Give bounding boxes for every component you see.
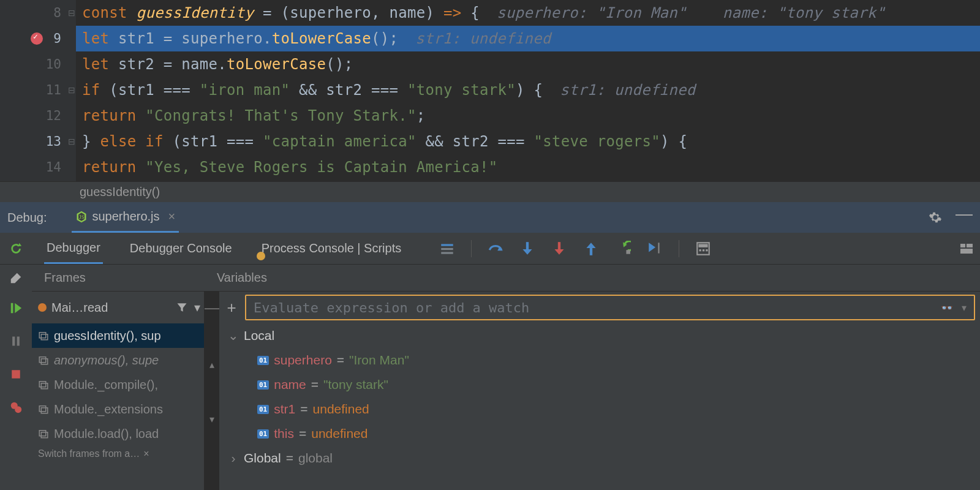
- svg-rect-24: [41, 334, 48, 340]
- svg-rect-1: [442, 244, 454, 246]
- code-line[interactable]: } else if (str1 === "captain america" &&…: [76, 129, 980, 154]
- close-icon[interactable]: ×: [143, 448, 149, 459]
- svg-text:JS: JS: [78, 214, 85, 219]
- show-execution-point-icon[interactable]: [439, 241, 455, 257]
- fold-icon[interactable]: ⊟: [67, 0, 76, 26]
- chevron-down-icon[interactable]: ▾: [194, 300, 200, 315]
- stack-frame[interactable]: guessIdentity(), sup: [32, 323, 204, 348]
- variables-panel: + Evaluate expression or add a watch 👓 ▾…: [219, 292, 980, 490]
- nodejs-icon: JS: [75, 211, 88, 223]
- filter-icon[interactable]: [176, 301, 188, 314]
- frames-scrollbar[interactable]: — ▴▾ ››: [205, 292, 219, 490]
- type-badge: 01: [257, 405, 269, 414]
- thread-selector[interactable]: Mai…read: [38, 301, 170, 315]
- line-number[interactable]: 12: [0, 103, 67, 129]
- layout-settings-icon[interactable]: [959, 241, 974, 256]
- close-icon[interactable]: ×: [168, 209, 176, 224]
- glasses-icon[interactable]: 👓: [941, 302, 953, 314]
- svg-rect-25: [39, 357, 46, 363]
- stack-frame[interactable]: Module._compile(),: [32, 372, 204, 397]
- stack-frame[interactable]: Module.load(), load: [32, 421, 204, 446]
- frames-hint[interactable]: Switch frames from a…×: [32, 446, 204, 462]
- svg-rect-6: [590, 247, 592, 255]
- fold-icon[interactable]: [67, 103, 76, 129]
- step-out-icon[interactable]: [583, 241, 599, 257]
- svg-rect-4: [526, 242, 529, 250]
- thread-status-icon: [38, 303, 47, 312]
- evaluate-expression-icon[interactable]: [695, 241, 711, 257]
- tab-process-console[interactable]: Process Console | Scripts: [259, 233, 404, 264]
- collapse-icon[interactable]: ⌄: [228, 328, 239, 343]
- code-line[interactable]: let str1 = superhero.toLowerCase();str1:…: [76, 26, 980, 51]
- fold-icon[interactable]: [67, 154, 76, 180]
- scope-global[interactable]: › Global = global: [219, 446, 980, 470]
- frame-up-icon[interactable]: —: [205, 299, 219, 316]
- svg-rect-7: [627, 250, 630, 254]
- add-watch-button[interactable]: +: [224, 298, 239, 317]
- pause-button[interactable]: [0, 325, 32, 358]
- scope-local[interactable]: ⌄ Local: [219, 323, 980, 348]
- frames-panel: Mai…read ▾ guessIdentity(), supanonymous…: [32, 292, 205, 490]
- variable-item[interactable]: 01str1 = undefined: [219, 397, 980, 421]
- tab-debugger-console[interactable]: Debugger Console: [127, 233, 235, 264]
- step-into-icon[interactable]: [519, 241, 535, 257]
- frame-icon: [38, 404, 49, 415]
- type-badge: 01: [257, 429, 269, 439]
- run-to-cursor-icon[interactable]: [647, 241, 663, 257]
- fold-icon[interactable]: ⊟: [67, 77, 76, 103]
- stop-button[interactable]: [0, 358, 32, 391]
- debug-config-tab[interactable]: JS superhero.js ×: [72, 202, 179, 233]
- svg-rect-5: [558, 242, 560, 250]
- svg-rect-27: [39, 382, 46, 387]
- variable-item[interactable]: 01superhero = "Iron Man": [219, 348, 980, 372]
- breadcrumb[interactable]: guessIdentity(): [0, 181, 980, 202]
- code-editor[interactable]: 891011121314 ⊟⊟⊟ const guessIdentity = (…: [0, 0, 980, 181]
- type-badge: 01: [257, 380, 269, 390]
- step-over-icon[interactable]: [488, 241, 503, 257]
- svg-rect-3: [442, 252, 454, 254]
- minimize-icon[interactable]: —: [956, 211, 973, 224]
- svg-rect-32: [41, 432, 48, 438]
- force-step-into-icon[interactable]: [551, 241, 567, 257]
- frame-icon: [38, 428, 49, 439]
- line-number[interactable]: 11: [0, 77, 67, 103]
- stack-frame[interactable]: anonymous(), supe: [32, 348, 204, 372]
- variable-item[interactable]: 01name = "tony stark": [219, 372, 980, 397]
- rerun-button[interactable]: [0, 233, 32, 264]
- variables-header: Variables: [205, 265, 980, 291]
- line-number[interactable]: 9: [0, 26, 67, 51]
- breakpoint-icon[interactable]: [31, 32, 43, 45]
- fold-icon[interactable]: [67, 51, 76, 77]
- evaluate-expression-input[interactable]: Evaluate expression or add a watch 👓 ▾: [245, 295, 975, 320]
- code-line[interactable]: const guessIdentity = (superhero, name) …: [76, 0, 980, 26]
- svg-rect-11: [699, 249, 701, 251]
- code-line[interactable]: if (str1 === "iron man" && str2 === "ton…: [76, 77, 980, 103]
- line-number[interactable]: 10: [0, 51, 67, 77]
- warning-icon: [257, 252, 265, 260]
- resume-button[interactable]: [0, 292, 32, 325]
- modify-run-config-icon[interactable]: [0, 265, 32, 292]
- code-line[interactable]: return "Congrats! That's Tony Stark.";: [76, 103, 980, 129]
- svg-rect-2: [442, 247, 454, 249]
- chevron-down-icon[interactable]: ▾: [962, 302, 967, 314]
- svg-rect-10: [699, 244, 708, 247]
- tab-debugger[interactable]: Debugger: [44, 233, 103, 264]
- code-line[interactable]: return "Yes, Steve Rogers is Captain Ame…: [76, 154, 980, 180]
- variable-item[interactable]: 01this = undefined: [219, 421, 980, 446]
- line-number[interactable]: 13: [0, 129, 67, 154]
- stack-frame[interactable]: Module._extensions: [32, 397, 204, 421]
- view-breakpoints-button[interactable]: [0, 391, 32, 424]
- fold-icon[interactable]: [67, 26, 76, 51]
- svg-rect-18: [12, 337, 15, 346]
- svg-rect-15: [967, 244, 973, 247]
- line-number[interactable]: 14: [0, 154, 67, 180]
- fold-icon[interactable]: ⊟: [67, 129, 76, 154]
- svg-rect-29: [39, 406, 46, 412]
- svg-rect-20: [12, 370, 20, 379]
- svg-rect-26: [41, 359, 48, 364]
- expand-icon[interactable]: ›: [228, 451, 239, 466]
- drop-frame-icon[interactable]: [615, 241, 631, 257]
- line-number[interactable]: 8: [0, 0, 67, 26]
- gear-icon[interactable]: [929, 211, 942, 224]
- code-line[interactable]: let str2 = name.toLowerCase();: [76, 51, 980, 77]
